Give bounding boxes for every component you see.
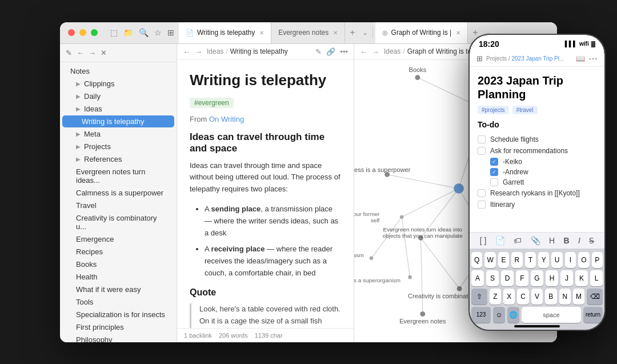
key-e[interactable]: E [498, 252, 509, 268]
sidebar-item-references[interactable]: ▶ References [62, 153, 174, 165]
sidebar-item-projects[interactable]: ▶ Projects [62, 141, 174, 153]
key-j[interactable]: J [560, 270, 573, 286]
sidebar-toggle-icon[interactable]: ⬚ [110, 28, 118, 37]
key-shift[interactable]: ⇧ [471, 289, 487, 305]
from-link[interactable]: On Writing [209, 115, 244, 123]
key-delete[interactable]: ⌫ [587, 289, 603, 305]
heading-icon[interactable]: H [549, 236, 555, 245]
key-emoji[interactable]: ☺ [493, 307, 505, 323]
graph-breadcrumb-parent[interactable]: Ideas [384, 47, 400, 55]
sidebar-item-meta[interactable]: ▶ Meta [62, 128, 174, 140]
key-q[interactable]: Q [471, 252, 482, 268]
key-u[interactable]: U [551, 252, 562, 268]
more-icon[interactable]: ⋯ [588, 53, 598, 64]
key-l[interactable]: L [590, 270, 603, 286]
todo-item-itinerary[interactable]: Itinerary [478, 199, 596, 210]
key-y[interactable]: Y [538, 252, 549, 268]
sidebar-item-books[interactable]: Books [62, 258, 174, 270]
sidebar-item-recipes[interactable]: Recipes [62, 246, 174, 258]
key-space[interactable]: space [522, 307, 581, 323]
italic-icon[interactable]: I [578, 236, 580, 245]
nav-forward-icon[interactable]: → [195, 47, 202, 56]
attachment-icon[interactable]: 📎 [531, 236, 540, 245]
note-tag[interactable]: #evergreen [190, 98, 234, 108]
close-icon[interactable]: ✕ [101, 49, 107, 57]
checkbox-flights[interactable] [478, 135, 486, 143]
tab-add-button[interactable]: + [345, 27, 359, 38]
folder-icon[interactable]: 📁 [123, 28, 133, 37]
link-icon[interactable]: 🔗 [326, 47, 335, 56]
page-icon[interactable]: 📄 [495, 236, 505, 245]
key-g[interactable]: G [531, 270, 543, 286]
tab-close-icon[interactable]: ✕ [456, 30, 460, 36]
backlinks-count[interactable]: 1 backlink [184, 332, 212, 339]
key-d[interactable]: D [501, 270, 514, 286]
search-icon[interactable]: 🔍 [139, 28, 149, 37]
maximize-button[interactable] [91, 29, 98, 36]
todo-subitem-andrew[interactable]: ✓ -Andrew [478, 167, 596, 177]
tab-graph[interactable]: ◎ Graph of Writing is | ✕ [375, 22, 468, 44]
sidebar-item-calmness[interactable]: Calmness is a superpower [62, 187, 174, 199]
node-imagination[interactable] [400, 215, 404, 219]
sidebar-item-what-if[interactable]: What if it were easy [62, 283, 174, 295]
key-c[interactable]: C [517, 289, 528, 305]
checkbox-keiko[interactable]: ✓ [490, 158, 498, 166]
key-z[interactable]: Z [490, 289, 501, 305]
key-h[interactable]: H [546, 270, 558, 286]
checkbox-garrett[interactable] [490, 178, 498, 186]
key-p[interactable]: P [592, 252, 603, 268]
key-123[interactable]: 123 [471, 307, 491, 323]
sidebar-item-clippings[interactable]: ▶ Clippings [62, 78, 174, 90]
key-v[interactable]: V [531, 289, 543, 305]
key-r[interactable]: R [511, 252, 522, 268]
sidebar-item-daily[interactable]: ▶ Daily [62, 90, 174, 102]
tab-writing-telepathy[interactable]: 📄 Writing is telepathy ✕ [179, 22, 271, 44]
tag-travel[interactable]: #travel [512, 106, 538, 114]
sidebar-item-writing-telepathy[interactable]: Writing is telepathy [62, 115, 174, 127]
sidebar-item-creativity[interactable]: Creativity is combinatory u... [62, 212, 174, 233]
node-evergreen-notes[interactable] [420, 311, 425, 317]
strikethrough-icon[interactable]: S̶ [589, 236, 594, 245]
sidebar-item-notes[interactable]: Notes [62, 65, 174, 77]
tab-close-icon[interactable]: ✕ [259, 30, 264, 36]
key-return[interactable]: return [583, 307, 603, 323]
phone-keyboard[interactable]: Q W E R T Y U I O P A S D F G H J K [470, 249, 604, 330]
key-n[interactable]: N [559, 289, 571, 305]
checkbox-andrew[interactable]: ✓ [490, 168, 498, 176]
sidebar-item-philosophy[interactable]: Philosophy [62, 334, 174, 342]
todo-subitem-garrett[interactable]: Garrett [478, 177, 596, 187]
phone-home-indicator[interactable] [514, 325, 560, 327]
more-icon[interactable]: ••• [340, 47, 348, 56]
node-superorganism[interactable] [408, 275, 412, 279]
todo-item-flights[interactable]: Schedule flights [478, 134, 596, 145]
nav-forward-icon[interactable]: → [372, 47, 379, 56]
grid-icon[interactable]: ⊞ [476, 54, 483, 63]
checkbox-ryokans[interactable] [478, 189, 486, 197]
checkbox-itinerary[interactable] [478, 201, 486, 209]
book-icon[interactable]: 📖 [576, 54, 585, 63]
key-b[interactable]: B [545, 289, 556, 305]
todo-subitem-keiko[interactable]: ✓ -Keiko [478, 157, 596, 167]
node-chasm[interactable] [370, 256, 374, 260]
close-button[interactable] [68, 29, 75, 36]
node-writing-telepathy[interactable] [454, 183, 464, 193]
tag-projects[interactable]: #projects [478, 106, 509, 114]
back-icon[interactable]: ← [77, 49, 84, 57]
sidebar-item-first-principles[interactable]: First principles [62, 321, 174, 333]
bracket-icon[interactable]: [ ] [480, 236, 487, 245]
key-w[interactable]: W [484, 252, 495, 268]
sidebar-item-ideas[interactable]: ▶ Ideas [62, 103, 174, 115]
forward-icon[interactable]: → [89, 49, 96, 57]
todo-item-ryokans[interactable]: Research ryokans in [[Kyoto]] [478, 187, 596, 199]
key-o[interactable]: O [578, 252, 589, 268]
node-creativity[interactable] [457, 286, 462, 291]
sidebar-item-specialization[interactable]: Specialization is for insects [62, 309, 174, 321]
layout-icon[interactable]: ⊞ [167, 28, 174, 37]
sidebar-item-evergreen-notes[interactable]: Evergreen notes turn ideas... [62, 166, 174, 186]
tab-evergreen-notes[interactable]: Evergreen notes ✕ [271, 22, 345, 44]
nav-back-icon[interactable]: ← [183, 47, 190, 56]
minimize-button[interactable] [79, 29, 86, 36]
star-icon[interactable]: ☆ [154, 28, 162, 37]
key-f[interactable]: F [516, 270, 528, 286]
key-i[interactable]: I [565, 252, 576, 268]
